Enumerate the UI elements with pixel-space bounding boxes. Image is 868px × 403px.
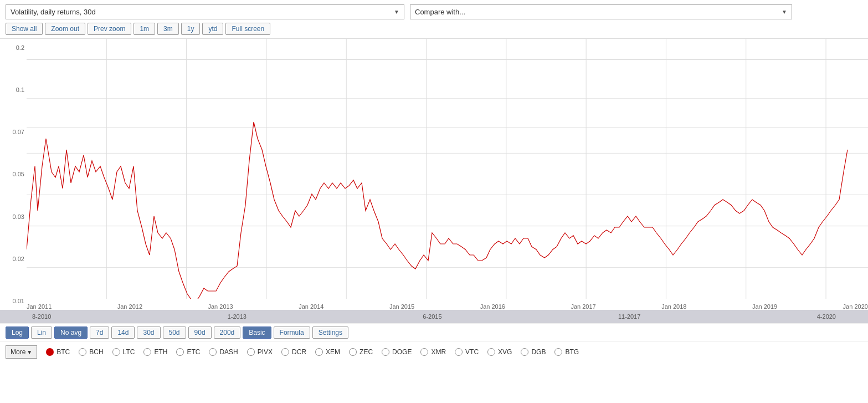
90d-button[interactable]: 90d — [188, 327, 212, 339]
x-label-2019: Jan 2019 — [752, 303, 777, 310]
7d-button[interactable]: 7d — [90, 327, 109, 339]
y-label-0.03: 0.03 — [2, 213, 24, 220]
14d-button[interactable]: 14d — [111, 327, 135, 339]
x-label-2016: Jan 2016 — [480, 303, 505, 310]
xem-label: XEM — [326, 348, 340, 356]
more-button[interactable]: More ▼ — [6, 345, 37, 359]
btg-label: BTG — [565, 348, 579, 356]
compare-label: Compare with... — [415, 8, 465, 16]
eth-radio-icon — [143, 348, 151, 356]
timeline-labels: 8-2010 1-2013 6-2015 11-2017 4-2020 — [6, 313, 862, 320]
zec-radio-icon — [349, 348, 357, 356]
y-axis: 0.2 0.1 0.07 0.05 0.03 0.02 0.01 — [0, 39, 27, 310]
xvg-radio-icon — [487, 348, 495, 356]
coin-xvg[interactable]: XVG — [487, 348, 512, 356]
timeline-label-4-2020: 4-2020 — [817, 313, 836, 320]
more-arrow-icon: ▼ — [27, 349, 32, 355]
x-label-2012: Jan 2012 — [117, 303, 142, 310]
lin-button[interactable]: Lin — [31, 327, 52, 339]
prev-zoom-button[interactable]: Prev zoom — [88, 23, 131, 35]
metric-dropdown[interactable]: Volatility, daily returns, 30d ▼ — [6, 4, 404, 19]
btg-radio-icon — [554, 348, 562, 356]
coin-dgb[interactable]: DGB — [521, 348, 546, 356]
bch-radio-icon — [79, 348, 86, 356]
200d-button[interactable]: 200d — [214, 327, 241, 339]
coin-btc[interactable]: BTC — [46, 348, 70, 356]
metric-label: Volatility, daily returns, 30d — [11, 8, 96, 16]
xmr-radio-icon — [420, 348, 428, 356]
zoom-out-button[interactable]: Zoom out — [45, 23, 85, 35]
doge-radio-icon — [382, 348, 389, 356]
coin-xmr[interactable]: XMR — [420, 348, 446, 356]
full-screen-button[interactable]: Full screen — [225, 23, 270, 35]
doge-label: DOGE — [392, 348, 412, 356]
pivx-radio-icon — [247, 348, 255, 356]
coin-row: More ▼ BTC BCH LTC ETH ETC DASH PIVX DCR… — [0, 341, 868, 362]
xvg-label: XVG — [498, 348, 512, 356]
eth-label: ETH — [154, 348, 167, 356]
coin-doge[interactable]: DOGE — [382, 348, 412, 356]
x-label-2020: Jan 2020 — [843, 303, 868, 310]
dgb-label: DGB — [531, 348, 546, 356]
no-avg-button[interactable]: No avg — [54, 327, 88, 339]
btc-radio-icon — [46, 348, 54, 356]
coin-vtc[interactable]: VTC — [455, 348, 479, 356]
formula-button[interactable]: Formula — [274, 327, 310, 339]
etc-radio-icon — [176, 348, 184, 356]
x-label-2018: Jan 2018 — [661, 303, 686, 310]
30d-button[interactable]: 30d — [137, 327, 160, 339]
coin-bch[interactable]: BCH — [79, 348, 103, 356]
coin-dash[interactable]: DASH — [209, 348, 238, 356]
btc-line — [27, 122, 848, 299]
coin-zec[interactable]: ZEC — [349, 348, 373, 356]
y-label-0.2: 0.2 — [2, 44, 24, 51]
coin-etc[interactable]: ETC — [176, 348, 200, 356]
y-label-0.02: 0.02 — [2, 256, 24, 262]
timeline-bar[interactable]: 8-2010 1-2013 6-2015 11-2017 4-2020 — [0, 310, 868, 323]
show-all-button[interactable]: Show all — [6, 23, 43, 35]
y-label-0.05: 0.05 — [2, 171, 24, 177]
50d-button[interactable]: 50d — [163, 327, 186, 339]
ltc-label: LTC — [123, 348, 135, 356]
dgb-radio-icon — [521, 348, 528, 356]
x-label-2015: Jan 2015 — [389, 303, 414, 310]
basic-button[interactable]: Basic — [243, 327, 271, 339]
y-label-0.01: 0.01 — [2, 298, 24, 304]
timeline-label-8-2010: 8-2010 — [32, 313, 51, 320]
timeline-label-11-2017: 11-2017 — [618, 313, 640, 320]
1y-button[interactable]: 1y — [181, 23, 201, 35]
compare-arrow: ▼ — [782, 9, 787, 15]
main-chart-svg[interactable] — [27, 39, 868, 299]
dash-radio-icon — [209, 348, 217, 356]
y-label-0.1: 0.1 — [2, 86, 24, 93]
3m-button[interactable]: 3m — [157, 23, 179, 35]
coin-dcr[interactable]: DCR — [281, 348, 306, 356]
dcr-radio-icon — [281, 348, 289, 356]
zoom-controls: Show all Zoom out Prev zoom 1m 3m 1y ytd… — [0, 22, 868, 38]
dash-label: DASH — [219, 348, 238, 356]
dcr-label: DCR — [292, 348, 306, 356]
x-label-2017: Jan 2017 — [571, 303, 595, 310]
x-label-2011: Jan 2011 — [27, 303, 52, 310]
bch-label: BCH — [89, 348, 103, 356]
1m-button[interactable]: 1m — [133, 23, 155, 35]
coin-ltc[interactable]: LTC — [112, 348, 135, 356]
timeline-label-1-2013: 1-2013 — [228, 313, 246, 320]
coin-eth[interactable]: ETH — [143, 348, 167, 356]
top-controls: Volatility, daily returns, 30d ▼ Compare… — [0, 0, 868, 22]
log-button[interactable]: Log — [6, 327, 29, 339]
xem-radio-icon — [315, 348, 323, 356]
settings-button[interactable]: Settings — [312, 327, 348, 339]
timeline-label-6-2015: 6-2015 — [423, 313, 441, 320]
ltc-radio-icon — [112, 348, 120, 356]
coin-btg[interactable]: BTG — [554, 348, 579, 356]
vtc-label: VTC — [465, 348, 479, 356]
more-label: More — [11, 348, 25, 356]
y-label-0.07: 0.07 — [2, 129, 24, 135]
coin-xem[interactable]: XEM — [315, 348, 340, 356]
coin-pivx[interactable]: PIVX — [247, 348, 273, 356]
compare-dropdown[interactable]: Compare with... ▼ — [410, 4, 792, 19]
x-axis: Jan 2011 Jan 2012 Jan 2013 Jan 2014 Jan … — [27, 303, 868, 310]
x-label-2014: Jan 2014 — [299, 303, 323, 310]
ytd-button[interactable]: ytd — [202, 23, 223, 35]
